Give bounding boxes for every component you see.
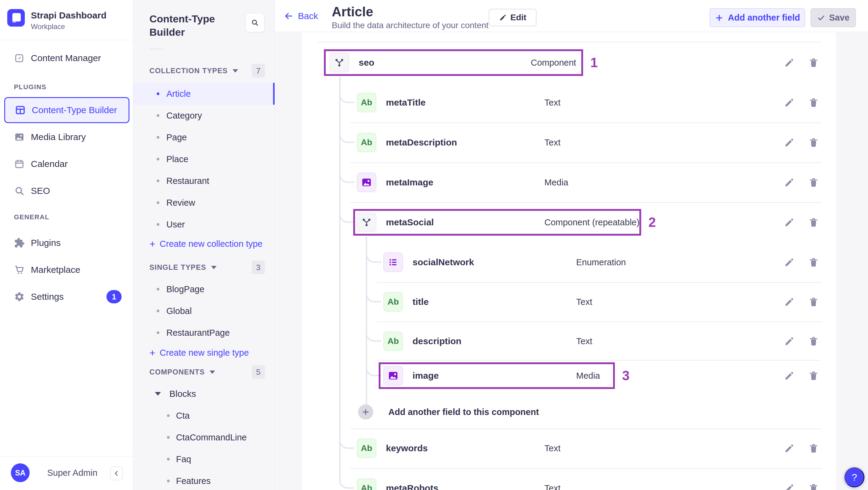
plugins-icon (14, 238, 25, 248)
delete-field-button[interactable] (807, 96, 819, 109)
edit-field-button[interactable] (783, 216, 796, 228)
panel-group-blocks[interactable]: Blocks (133, 383, 275, 405)
annotation-number-3: 3 (622, 368, 629, 383)
media-field-icon (357, 173, 376, 192)
help-button[interactable]: ? (844, 467, 864, 487)
panel-item-label: BlogPage (166, 284, 205, 294)
sidebar-item-media-library[interactable]: Media Library (0, 126, 133, 148)
field-name: title (412, 297, 429, 307)
row-divider (350, 429, 822, 429)
delete-field-button[interactable] (807, 216, 819, 228)
panel-item-page[interactable]: Page (133, 126, 275, 148)
sidebar-item-label: Media Library (31, 132, 86, 142)
media-icon (361, 176, 373, 188)
edit-field-button[interactable] (783, 96, 796, 109)
panel-section-label[interactable]: COMPONENTS (149, 368, 215, 376)
pencil-icon (499, 13, 507, 22)
delete-field-button[interactable] (807, 370, 819, 382)
sidebar-item-seo[interactable]: SEO (0, 180, 133, 202)
panel-item-label: Place (166, 154, 188, 164)
panel-item-article[interactable]: Article (133, 83, 275, 105)
avatar[interactable]: SA (11, 463, 30, 482)
delete-field-button[interactable] (807, 482, 819, 490)
delete-field-button[interactable] (807, 442, 819, 454)
bullet-icon (157, 223, 159, 226)
panel-action-0[interactable]: +Create new collection type (149, 238, 262, 250)
chevron-down-icon (210, 370, 215, 374)
sidebar-item-content-type-builder[interactable]: Content-Type Builder (4, 97, 129, 123)
field-type: Text (545, 137, 560, 148)
panel-item-global[interactable]: Global (133, 300, 275, 322)
trash-icon (808, 443, 819, 454)
trash-icon (808, 137, 819, 148)
edit-field-button[interactable] (783, 335, 796, 347)
edit-field-button[interactable] (783, 296, 796, 308)
panel-item-restaurantpage[interactable]: RestaurantPage (133, 322, 275, 344)
panel-item-label: Page (166, 132, 187, 143)
panel-item-restaurant[interactable]: Restaurant (133, 170, 275, 192)
panel-item-features[interactable]: Features (133, 470, 275, 490)
app: Strapi Dashboard Workplace Content Manag… (0, 0, 868, 490)
edit-field-button[interactable] (783, 57, 796, 69)
field-type: Text (576, 297, 592, 307)
edit-field-button[interactable] (783, 136, 796, 149)
delete-field-button[interactable] (807, 176, 819, 188)
edit-field-button[interactable] (783, 370, 796, 382)
strapi-logo-icon (7, 9, 25, 27)
collapse-sidebar-button[interactable] (110, 466, 123, 480)
pencil-icon (784, 483, 795, 490)
sidebar-item-plugins[interactable]: Plugins (0, 232, 133, 253)
add-another-field-button[interactable]: Add another field (710, 8, 805, 27)
delete-field-button[interactable] (807, 296, 819, 308)
edit-button[interactable]: Edit (489, 9, 536, 26)
panel-item-cta[interactable]: Cta (133, 405, 275, 427)
sidebar-item-calendar[interactable]: Calendar (0, 153, 133, 175)
sidebar: Strapi Dashboard Workplace Content Manag… (0, 0, 133, 490)
panel-item-faq[interactable]: Faq (133, 448, 275, 470)
delete-field-button[interactable] (807, 57, 819, 69)
back-link[interactable]: Back (284, 11, 318, 21)
text-field-icon: Ab (357, 438, 376, 458)
panel-item-place[interactable]: Place (133, 148, 275, 170)
pencil-icon (784, 97, 795, 108)
delete-field-button[interactable] (807, 136, 819, 149)
panel-section-label[interactable]: SINGLE TYPES (149, 263, 217, 272)
settings-badge: 1 (106, 290, 122, 303)
text-field-icon: Ab (357, 479, 376, 490)
edit-field-button[interactable] (783, 442, 796, 454)
media-library-icon (14, 131, 25, 143)
panel-item-user[interactable]: User (133, 214, 275, 235)
pencil-icon (784, 257, 795, 268)
delete-field-button[interactable] (807, 335, 819, 347)
panel-item-review[interactable]: Review (133, 192, 275, 214)
delete-field-button[interactable] (807, 256, 819, 268)
annotation-number-2: 2 (648, 215, 656, 230)
panel-item-category[interactable]: Category (133, 105, 275, 126)
panel-section-label[interactable]: COLLECTION TYPES (149, 66, 238, 75)
content-type-builder-icon (15, 105, 26, 116)
sidebar-section-label: GENERAL (14, 213, 49, 221)
edit-field-button[interactable] (783, 256, 796, 268)
sidebar-item-marketplace[interactable]: Marketplace (0, 259, 133, 280)
sidebar-item-content-manager[interactable]: Content Manager (0, 48, 133, 69)
page-title: Article (332, 4, 373, 19)
search-button[interactable] (246, 13, 264, 32)
save-button[interactable]: Save (810, 8, 856, 27)
row-divider (350, 468, 822, 469)
annotation-box-3 (379, 362, 615, 389)
field-name: metaImage (386, 177, 433, 187)
brand-name: Strapi Dashboard (31, 10, 106, 21)
panel-item-ctacommandline[interactable]: CtaCommandLine (133, 427, 275, 448)
annotation-box-2 (353, 209, 641, 236)
panel-item-blogpage[interactable]: BlogPage (133, 278, 275, 300)
panel-section-count: 3 (252, 261, 265, 274)
bullet-icon (157, 310, 159, 312)
trash-icon (808, 217, 819, 228)
add-field-to-component-button[interactable] (358, 404, 373, 420)
text-field-icon: Ab (383, 292, 403, 311)
panel-action-1[interactable]: +Create new single type (149, 347, 249, 359)
pencil-icon (784, 177, 795, 188)
edit-field-button[interactable] (783, 176, 796, 188)
edit-field-button[interactable] (783, 482, 796, 490)
row-divider (350, 202, 822, 203)
